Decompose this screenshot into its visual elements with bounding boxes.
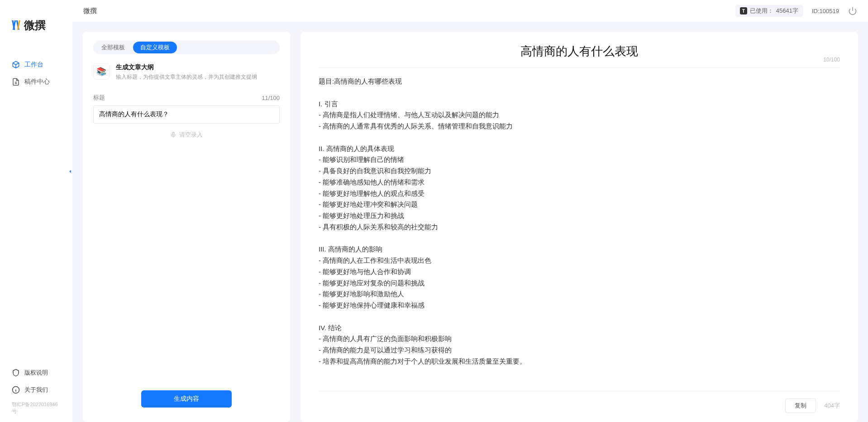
sidebar-item-label: 版权说明 (24, 369, 48, 377)
shield-icon (12, 369, 20, 377)
sidebar-item-label: 稿件中心 (24, 78, 50, 86)
sidebar: \/\/ 微撰 工作台 稿件中心 版权说明 关于我们 (0, 0, 72, 422)
workarea: 全部模板 自定义模板 📚 生成文章大纲 输入标题，为你提供文章主体的灵感，并为其… (72, 22, 868, 422)
sidebar-item-workspace[interactable]: 工作台 (0, 56, 72, 73)
sidebar-item-label: 关于我们 (24, 386, 48, 394)
title-field-block: 标题 11/100 (93, 94, 280, 123)
document-icon (12, 78, 20, 86)
cube-icon (12, 61, 20, 69)
sidebar-footer: 版权说明 关于我们 鄂ICP备2022016946号 (0, 364, 72, 422)
panel-output: 高情商的人有什么表现 10/100 题目:高情商的人有哪些表现 I. 引言 - … (300, 32, 858, 422)
user-id-label: ID:100519 (812, 8, 839, 14)
copy-button[interactable]: 复制 (785, 398, 816, 413)
logo-icon: \/\/ (12, 18, 20, 33)
generate-button[interactable]: 生成内容 (141, 390, 232, 408)
word-count: 404字 (824, 402, 840, 410)
doc-footer: 复制 404字 (319, 391, 840, 413)
field-label: 标题 (93, 94, 105, 102)
sidebar-collapse-button[interactable] (67, 167, 73, 177)
books-icon: 📚 (96, 66, 106, 76)
topbar-right: T 已使用： 45641字 ID:100519 (735, 5, 857, 17)
info-icon (12, 386, 20, 394)
topbar: 微撰 T 已使用： 45641字 ID:100519 (72, 0, 868, 22)
template-info: 生成文章大纲 输入标题，为你提供文章主体的灵感，并为其创建推文提纲 (116, 63, 257, 81)
svg-rect-2 (172, 132, 174, 135)
sidebar-nav: 工作台 稿件中心 (0, 47, 72, 364)
template-desc: 输入标题，为你提供文章主体的灵感，并为其创建推文提纲 (116, 73, 257, 81)
chevron-left-icon (67, 167, 73, 175)
page-title: 微撰 (83, 7, 97, 15)
tab-custom-templates[interactable]: 自定义模板 (133, 42, 177, 53)
field-char-count: 11/100 (262, 95, 280, 101)
template-tabs: 全部模板 自定义模板 (93, 41, 280, 54)
doc-body[interactable]: 题目:高情商的人有哪些表现 I. 引言 - 高情商是指人们处理情绪、与他人互动以… (319, 68, 840, 391)
voice-input-button[interactable]: 请空录入 (93, 131, 280, 139)
main: 微撰 T 已使用： 45641字 ID:100519 全部模板 自定义模板 � (72, 0, 868, 422)
doc-title-count: 10/100 (823, 57, 840, 63)
sidebar-item-copyright[interactable]: 版权说明 (0, 364, 72, 381)
voice-label: 请空录入 (179, 131, 203, 139)
panel-template: 全部模板 自定义模板 📚 生成文章大纲 输入标题，为你提供文章主体的灵感，并为其… (82, 32, 291, 422)
usage-chip[interactable]: T 已使用： 45641字 (735, 5, 803, 17)
usage-value: 45641字 (776, 7, 798, 15)
sidebar-item-about[interactable]: 关于我们 (0, 381, 72, 398)
template-name: 生成文章大纲 (116, 63, 257, 71)
sidebar-item-drafts[interactable]: 稿件中心 (0, 73, 72, 90)
icp-text: 鄂ICP备2022016946号 (0, 398, 72, 415)
microphone-icon (170, 132, 176, 138)
brand-logo: \/\/ 微撰 (0, 0, 72, 47)
usage-label: 已使用： (750, 7, 773, 15)
tab-all-templates[interactable]: 全部模板 (94, 42, 132, 53)
power-icon[interactable] (848, 6, 857, 15)
sidebar-item-label: 工作台 (24, 61, 43, 69)
text-icon: T (740, 7, 747, 14)
doc-title: 高情商的人有什么表现 (319, 43, 840, 59)
title-input[interactable] (93, 105, 280, 123)
brand-name: 微撰 (24, 18, 46, 33)
template-card: 📚 生成文章大纲 输入标题，为你提供文章主体的灵感，并为其创建推文提纲 (93, 63, 280, 81)
template-icon: 📚 (93, 63, 110, 80)
doc-title-row: 高情商的人有什么表现 10/100 (319, 43, 840, 68)
